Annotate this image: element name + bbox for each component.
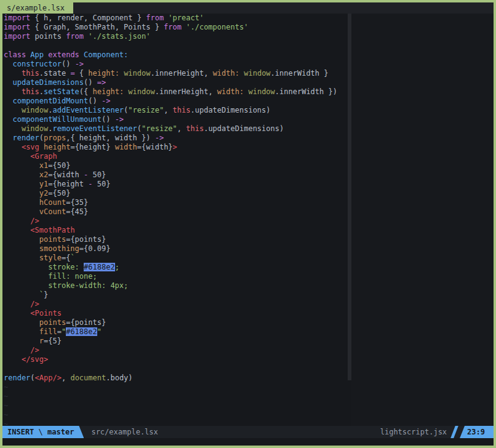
command-line xyxy=(2,438,494,446)
code-line[interactable]: `} xyxy=(4,290,348,300)
empty-line-tilde: ~ xyxy=(4,383,348,392)
code-line[interactable]: render(props,{ height, width }) -> xyxy=(4,134,348,143)
code-line[interactable]: points={points} xyxy=(4,318,348,327)
code-line[interactable]: window.removeEventListener("resize", thi… xyxy=(4,124,348,134)
code-line[interactable]: /> xyxy=(4,217,348,226)
code-token xyxy=(4,207,39,216)
code-line[interactable]: x2={width - 50} xyxy=(4,170,348,180)
code-line[interactable]: stroke-width: 4px; xyxy=(4,281,348,290)
statusline-filename: src/example.lsx xyxy=(91,426,158,438)
code-line[interactable]: </svg> xyxy=(4,355,348,364)
code-token: ` xyxy=(70,254,74,262)
code-line[interactable]: y1={height - 50} xyxy=(4,180,348,189)
code-token xyxy=(4,309,30,318)
code-line[interactable]: <SmothPath xyxy=(4,226,348,235)
code-token: ( xyxy=(39,134,44,142)
code-token xyxy=(4,143,22,151)
code-editor[interactable]: import { h, render, Component } from 'pr… xyxy=(2,14,348,426)
code-line[interactable]: <svg height={height} width={width}> xyxy=(4,143,348,152)
code-token xyxy=(4,69,22,78)
code-line[interactable]: updateDimensions() => xyxy=(4,78,348,87)
code-line[interactable]: fill="#6188e2" xyxy=(4,327,348,337)
code-line[interactable]: this.setState({ height: window.innerHeig… xyxy=(4,87,348,97)
code-token: <SmothPath xyxy=(30,226,74,234)
code-line[interactable]: <Graph xyxy=(4,152,348,161)
code-token: .innerWidth } xyxy=(271,69,329,78)
git-branch: master xyxy=(47,428,74,436)
code-line[interactable]: y2={50} xyxy=(4,189,348,198)
code-token: points xyxy=(30,32,66,41)
code-token: componentDidMount xyxy=(12,97,88,105)
code-token: , xyxy=(177,124,186,133)
code-token: hCount xyxy=(39,198,66,207)
code-token: => xyxy=(97,78,106,87)
code-line[interactable]: render(<App/>, document.body) xyxy=(4,374,348,383)
code-line[interactable]: /> xyxy=(4,300,348,309)
code-token: { h, render, Component } xyxy=(30,14,146,22)
code-line[interactable]: class App extends Component: xyxy=(4,50,348,60)
code-token: from xyxy=(66,32,84,41)
code-token: = xyxy=(70,69,74,78)
code-line[interactable]: componentDidMount() -> xyxy=(4,97,348,106)
code-token: window xyxy=(248,87,274,96)
code-token: fill: none; xyxy=(48,272,97,281)
code-token xyxy=(4,290,39,299)
code-token: /> xyxy=(30,346,39,354)
code-token: = xyxy=(57,327,62,336)
code-token xyxy=(4,124,22,133)
code-token: 50} xyxy=(93,180,111,188)
code-token: ` xyxy=(39,290,44,299)
code-token: ={50} xyxy=(48,189,70,198)
code-token: , xyxy=(62,374,70,382)
code-token: x2 xyxy=(39,170,48,179)
code-line[interactable]: window.addEventListener("resize", this.u… xyxy=(4,106,348,115)
tab-example-lsx[interactable]: s/example.lsx xyxy=(2,2,73,14)
code-token: window xyxy=(22,106,48,114)
code-line[interactable]: hCount={35} xyxy=(4,198,348,207)
code-token xyxy=(4,170,39,179)
code-line[interactable]: points={points} xyxy=(4,235,348,244)
code-token: App xyxy=(26,50,44,59)
code-token xyxy=(4,161,39,170)
code-token: window xyxy=(244,69,270,78)
code-line[interactable]: /> xyxy=(4,346,348,355)
code-token xyxy=(4,198,39,207)
code-line[interactable] xyxy=(4,364,348,374)
code-token: - xyxy=(88,180,92,188)
code-line[interactable]: stroke: #6188e2; xyxy=(4,263,348,272)
code-line[interactable]: <Points xyxy=(4,309,348,318)
code-token: constructor xyxy=(12,60,61,68)
code-token: ={35} xyxy=(66,198,88,207)
code-token: from xyxy=(146,14,164,22)
code-token: import xyxy=(4,32,30,41)
code-line[interactable]: import points from './stats.json' xyxy=(4,32,348,41)
code-line[interactable]: x1={50} xyxy=(4,161,348,170)
code-token xyxy=(4,244,39,253)
code-line[interactable]: vCount={45} xyxy=(4,207,348,217)
code-line[interactable]: import { h, render, Component } from 'pr… xyxy=(4,14,348,23)
code-token: updateDimensions xyxy=(12,78,84,87)
code-token xyxy=(4,60,12,68)
code-line[interactable]: smoothing={0.09} xyxy=(4,244,348,254)
code-token: stroke-width: 4px; xyxy=(48,281,128,290)
code-token: "resize" xyxy=(128,106,164,114)
code-token: <svg xyxy=(22,143,39,151)
code-token: './stats.json' xyxy=(84,32,150,41)
code-token: r xyxy=(39,337,44,345)
code-token: ={width xyxy=(48,170,84,179)
code-token xyxy=(4,318,39,327)
code-line[interactable]: style={` xyxy=(4,254,348,263)
code-token: { xyxy=(75,69,89,78)
code-token: x1 xyxy=(39,161,48,170)
code-line[interactable]: constructor() -> xyxy=(4,60,348,69)
code-line[interactable]: componentWillUnmount() -> xyxy=(4,115,348,124)
secondary-pane[interactable] xyxy=(351,14,494,426)
code-line[interactable]: this.state = { height: window.innerHeigh… xyxy=(4,69,348,78)
code-token: import xyxy=(4,14,30,22)
code-line[interactable]: fill: none; xyxy=(4,272,348,281)
code-token: .body) xyxy=(106,374,132,382)
code-line[interactable]: import { Graph, SmothPath, Points } from… xyxy=(4,23,348,32)
code-line[interactable] xyxy=(4,41,348,50)
code-line[interactable]: r={5} xyxy=(4,337,348,346)
code-token xyxy=(4,263,48,271)
